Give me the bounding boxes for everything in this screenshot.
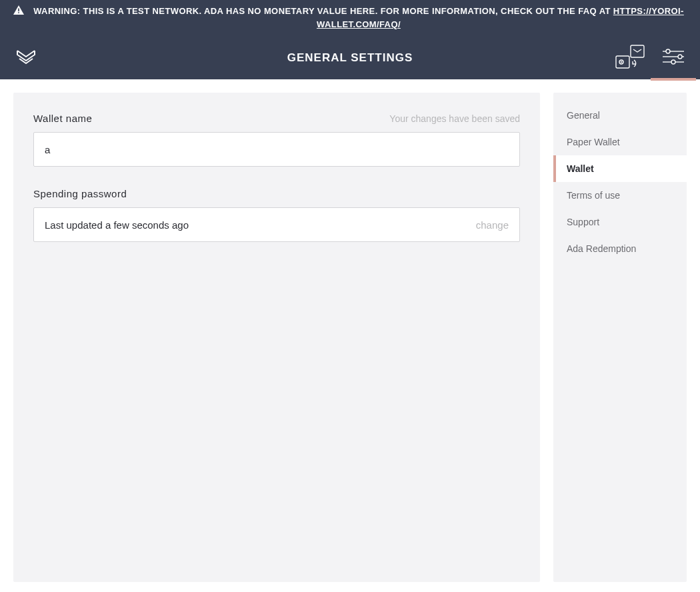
svg-rect-3 xyxy=(616,56,629,68)
warning-text: WARNING: THIS IS A TEST NETWORK. ADA HAS… xyxy=(31,5,687,31)
spending-password-status: Last updated a few seconds ago xyxy=(45,219,189,231)
sidebar-item-terms-of-use[interactable]: Terms of use xyxy=(553,182,687,209)
page-title: GENERAL SETTINGS xyxy=(287,51,413,65)
sidebar-item-label: Wallet xyxy=(567,163,594,174)
sidebar-item-support[interactable]: Support xyxy=(553,209,687,235)
settings-sliders-icon[interactable] xyxy=(663,49,684,67)
sidebar-item-label: Paper Wallet xyxy=(567,137,620,147)
sidebar-item-label: Support xyxy=(567,217,599,227)
wallets-icon[interactable] xyxy=(615,44,645,72)
active-tab-indicator xyxy=(651,78,696,81)
top-bar: GENERAL SETTINGS xyxy=(0,37,700,79)
yoroi-logo[interactable] xyxy=(15,47,37,69)
wallet-name-header: Wallet name Your changes have been saved xyxy=(33,113,520,124)
spending-password-box: Last updated a few seconds ago change xyxy=(33,207,520,242)
sidebar-item-wallet[interactable]: Wallet xyxy=(553,155,687,182)
svg-point-6 xyxy=(666,49,670,53)
sidebar-item-paper-wallet[interactable]: Paper Wallet xyxy=(553,129,687,155)
warning-message: WARNING: THIS IS A TEST NETWORK. ADA HAS… xyxy=(33,6,613,16)
svg-point-8 xyxy=(678,55,682,59)
wallet-name-input[interactable] xyxy=(33,132,520,167)
settings-main-panel: Wallet name Your changes have been saved… xyxy=(13,93,540,582)
sidebar-item-label: Terms of use xyxy=(567,190,620,201)
wallet-name-label: Wallet name xyxy=(33,113,92,124)
svg-point-10 xyxy=(671,60,675,64)
sidebar-item-label: Ada Redemption xyxy=(567,243,636,254)
sidebar-item-label: General xyxy=(567,110,600,121)
svg-rect-1 xyxy=(18,12,19,13)
warning-triangle-icon xyxy=(13,5,24,19)
sidebar-item-ada-redemption[interactable]: Ada Redemption xyxy=(553,235,687,262)
change-password-link[interactable]: change xyxy=(476,219,509,231)
svg-rect-2 xyxy=(631,45,644,57)
settings-sidebar: General Paper Wallet Wallet Terms of use… xyxy=(553,93,687,582)
spending-password-label: Spending password xyxy=(33,188,127,199)
svg-rect-0 xyxy=(18,9,19,12)
sidebar-item-general[interactable]: General xyxy=(553,102,687,129)
test-network-warning-banner: WARNING: THIS IS A TEST NETWORK. ADA HAS… xyxy=(0,0,700,37)
topbar-actions xyxy=(615,44,684,72)
spending-password-header: Spending password xyxy=(33,188,520,199)
content-area: Wallet name Your changes have been saved… xyxy=(0,79,700,592)
wallet-name-saved-hint: Your changes have been saved xyxy=(389,113,520,124)
